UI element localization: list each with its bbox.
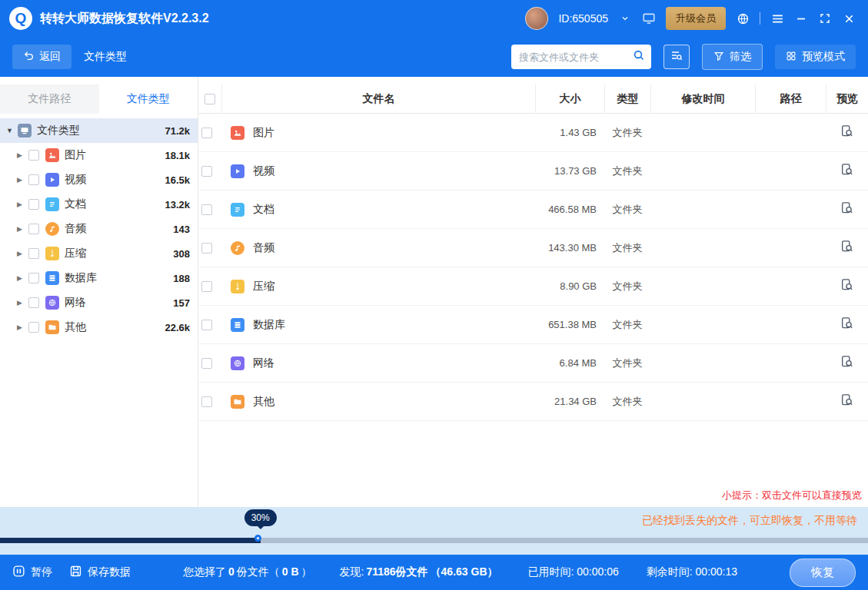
- row-checkbox-cell: [198, 281, 221, 292]
- sidebar-item-network[interactable]: ▶网络157: [0, 290, 198, 315]
- website-icon[interactable]: [736, 12, 750, 25]
- file-size: 143.30 MB: [548, 242, 597, 254]
- preview-icon[interactable]: [840, 201, 853, 217]
- table-row[interactable]: 视频13.73 GB文件夹: [198, 152, 868, 191]
- header-modified[interactable]: 修改时间: [650, 85, 755, 113]
- tree-checkbox[interactable]: [28, 297, 39, 308]
- table-row[interactable]: 数据库651.38 MB文件夹: [198, 306, 868, 344]
- table-row[interactable]: 其他21.34 GB文件夹: [198, 383, 868, 421]
- device-icon[interactable]: [642, 12, 656, 25]
- sidebar-item-file-type[interactable]: ▼文件类型71.2k: [0, 118, 198, 143]
- avatar[interactable]: [525, 7, 548, 30]
- network-icon: [45, 296, 59, 310]
- pause-button[interactable]: 暂停: [12, 565, 52, 580]
- sidebar-item-doc[interactable]: ▶文档13.2k: [0, 192, 198, 217]
- user-id[interactable]: ID:650505: [558, 12, 608, 25]
- select-all-checkbox[interactable]: [205, 94, 215, 104]
- tree-checkbox[interactable]: [28, 174, 39, 185]
- close-icon[interactable]: [842, 12, 856, 25]
- expand-icon[interactable]: ▶: [17, 176, 28, 184]
- chevron-down-icon[interactable]: [618, 12, 632, 25]
- row-checkbox[interactable]: [201, 243, 212, 254]
- table-row[interactable]: 网络6.84 MB文件夹: [198, 344, 868, 383]
- header-path[interactable]: 路径: [755, 85, 826, 113]
- remaining-time: 剩余时间: 00:00:13: [647, 565, 737, 579]
- minimize-icon[interactable]: [794, 12, 808, 25]
- progress-thumb[interactable]: [254, 535, 261, 542]
- row-checkbox[interactable]: [201, 128, 212, 138]
- expand-icon[interactable]: ▶: [17, 299, 28, 307]
- table-row[interactable]: 文档466.58 MB文件夹: [198, 191, 868, 229]
- tab-file-path[interactable]: 文件路径: [0, 85, 99, 114]
- collapse-icon[interactable]: ▼: [6, 127, 18, 134]
- back-button[interactable]: 返回: [12, 45, 72, 69]
- file-type: 文件夹: [613, 126, 643, 140]
- tree-checkbox[interactable]: [28, 150, 39, 161]
- preview-icon[interactable]: [840, 124, 853, 141]
- preview-icon[interactable]: [840, 163, 853, 179]
- upgrade-button[interactable]: 升级会员: [666, 7, 726, 30]
- sidebar-item-zip[interactable]: ▶压缩308: [0, 241, 198, 266]
- preview-icon[interactable]: [840, 317, 853, 333]
- expand-icon[interactable]: ▶: [17, 323, 28, 331]
- row-checkbox[interactable]: [201, 320, 212, 330]
- file-size: 13.73 GB: [554, 165, 597, 177]
- header-type[interactable]: 类型: [604, 85, 650, 113]
- row-checkbox[interactable]: [201, 204, 212, 215]
- tree-checkbox[interactable]: [28, 199, 39, 210]
- header-file-name[interactable]: 文件名: [221, 85, 535, 113]
- content-area: 文件路径 文件类型 ▼文件类型71.2k▶图片18.1k▶视频16.5k▶文档1…: [0, 77, 868, 507]
- search-icon[interactable]: [633, 49, 645, 65]
- maximize-icon[interactable]: [818, 12, 832, 25]
- tree-checkbox[interactable]: [28, 322, 39, 333]
- app-logo: Q: [9, 7, 32, 30]
- preview-icon[interactable]: [840, 278, 853, 294]
- save-data-button[interactable]: 保存数据: [69, 565, 131, 580]
- expand-icon[interactable]: ▶: [17, 274, 28, 282]
- row-checkbox[interactable]: [201, 281, 212, 292]
- table-body: 图片1.43 GB文件夹视频13.73 GB文件夹文档466.58 MB文件夹音…: [198, 114, 868, 507]
- search-input[interactable]: [519, 51, 633, 63]
- row-checkbox[interactable]: [201, 166, 212, 177]
- menu-icon[interactable]: [770, 12, 784, 25]
- header-preview[interactable]: 预览: [826, 85, 868, 113]
- file-type-cell: 文件夹: [604, 318, 650, 332]
- row-checkbox[interactable]: [201, 358, 212, 369]
- row-checkbox[interactable]: [201, 396, 212, 407]
- back-icon: [23, 50, 35, 64]
- filter-button[interactable]: 筛选: [702, 44, 763, 70]
- preview-icon[interactable]: [840, 240, 853, 256]
- progress-message: 已经找到丢失的文件，可立即恢复，不用等待: [642, 514, 857, 528]
- file-name: 图片: [253, 126, 274, 140]
- sidebar-item-video[interactable]: ▶视频16.5k: [0, 167, 198, 192]
- progress-slider[interactable]: [0, 534, 868, 546]
- pause-label: 暂停: [31, 565, 52, 579]
- sidebar-item-image[interactable]: ▶图片18.1k: [0, 143, 198, 167]
- other-icon: [45, 320, 59, 334]
- sidebar-item-database[interactable]: ▶数据库188: [0, 266, 198, 290]
- table-row[interactable]: 压缩8.90 GB文件夹: [198, 267, 868, 306]
- expand-icon[interactable]: ▶: [17, 225, 28, 233]
- recover-button[interactable]: 恢复: [790, 559, 856, 587]
- tree-checkbox[interactable]: [28, 248, 39, 259]
- expand-icon[interactable]: ▶: [17, 151, 28, 159]
- preview-mode-button[interactable]: 预览模式: [775, 45, 856, 69]
- tree-checkbox[interactable]: [28, 224, 39, 234]
- row-checkbox-cell: [198, 128, 221, 138]
- app-title: 转转大师数据恢复软件V2.2.3.2: [40, 11, 209, 27]
- table-row[interactable]: 音频143.30 MB文件夹: [198, 229, 868, 267]
- file-type: 文件夹: [613, 318, 643, 332]
- search-scope-button[interactable]: [663, 45, 690, 69]
- header-size[interactable]: 大小: [535, 85, 604, 113]
- sidebar-item-other[interactable]: ▶其他22.6k: [0, 315, 198, 340]
- preview-icon[interactable]: [840, 393, 853, 409]
- table-row[interactable]: 图片1.43 GB文件夹: [198, 114, 868, 152]
- sidebar-item-audio[interactable]: ▶音频143: [0, 217, 198, 241]
- found-summary: 发现:71186份文件（46.63 GB）: [340, 565, 501, 579]
- expand-icon[interactable]: ▶: [17, 250, 28, 257]
- tree-checkbox[interactable]: [28, 273, 39, 283]
- expand-icon[interactable]: ▶: [17, 201, 28, 208]
- file-name: 网络: [253, 356, 274, 370]
- tab-file-type[interactable]: 文件类型: [99, 85, 198, 114]
- preview-icon[interactable]: [840, 355, 853, 371]
